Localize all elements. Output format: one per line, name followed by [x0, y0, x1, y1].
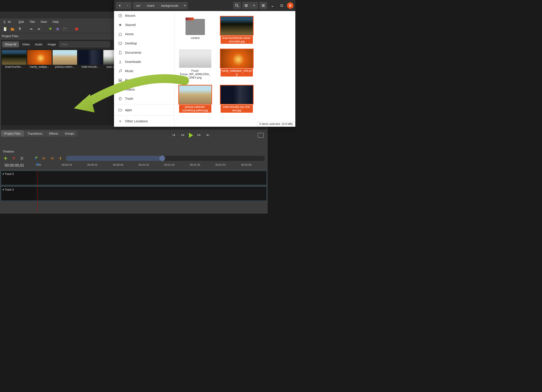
path-dropdown-icon[interactable] [182, 2, 188, 9]
new-project-icon[interactable] [2, 26, 8, 32]
view-dropdown-icon[interactable] [250, 2, 258, 9]
center-icon[interactable] [58, 156, 63, 161]
sidebar-item-downloads[interactable]: Downloads [114, 57, 174, 66]
filter-showall[interactable]: Show All [2, 42, 19, 47]
track-header[interactable]: ▾ Track 4 [1, 187, 35, 201]
project-file-thumb [27, 50, 52, 65]
menu-view[interactable]: View [38, 19, 49, 24]
save-project-icon[interactable] [17, 26, 23, 32]
sidebar-item-recent[interactable]: Recent [114, 11, 174, 20]
project-file-item[interactable]: brad-huchte... [2, 50, 26, 124]
sidebar-item-home[interactable]: Home [114, 30, 174, 39]
timeline-panel: Timeline 00:00:00,01 0:0000:00:1600:00:3… [1, 149, 267, 202]
project-file-thumb [78, 50, 103, 65]
timeline-track[interactable]: ▾ Track 4 [1, 186, 267, 201]
sidebar-item-documents[interactable]: Documents [114, 48, 174, 57]
track-body[interactable] [35, 171, 266, 185]
project-file-item[interactable]: matt-mcnult... [78, 50, 103, 124]
filter-input[interactable] [59, 42, 110, 47]
play-button[interactable] [189, 133, 193, 138]
path-seg-backgrounds[interactable]: backgrounds [158, 2, 182, 9]
marker-icon[interactable] [33, 156, 38, 161]
sidebar-item-desktop[interactable]: Desktop [114, 39, 174, 48]
svg-rect-10 [281, 5, 283, 6]
filter-audio[interactable]: Audio [33, 42, 44, 47]
zoom-slider[interactable] [66, 156, 265, 161]
menu-edit[interactable]: Edit [16, 19, 26, 24]
file-manager-window: usr share backgrounds RecentStarredHomeD… [114, 0, 295, 127]
track-header[interactable]: ▾ Track 5 [1, 171, 35, 185]
import-icon[interactable] [48, 26, 53, 32]
file-item[interactable]: brad-huchteman-stone-mountain.jpg [221, 17, 253, 44]
file-manager-content[interactable]: contestbrad-huchteman-stone-mountain.jpg… [174, 11, 295, 127]
sidebar-item-music[interactable]: Music [114, 66, 174, 76]
menu-title[interactable]: Title [27, 19, 37, 24]
back-button[interactable] [116, 2, 124, 9]
close-icon[interactable] [287, 2, 293, 9]
playhead[interactable] [36, 163, 39, 166]
filter-image[interactable]: Image [46, 42, 58, 47]
file-label: brad-huchteman-stone-mountain.jpg [221, 36, 253, 44]
filter-video[interactable]: Video [20, 42, 32, 47]
tab-emojis[interactable]: Emojis [62, 130, 77, 137]
undo-icon[interactable] [29, 26, 34, 32]
prev-marker-icon[interactable] [41, 156, 47, 161]
add-track-icon[interactable] [3, 156, 8, 161]
forward-icon[interactable] [197, 133, 202, 138]
sidebar-item-apps[interactable]: apps [114, 105, 174, 115]
snapshot-icon[interactable] [258, 133, 264, 138]
open-project-icon[interactable] [10, 26, 15, 32]
fullscreen-icon[interactable] [55, 26, 60, 32]
forward-button[interactable] [124, 2, 131, 9]
project-file-thumb [2, 50, 26, 65]
snap-icon[interactable] [11, 156, 17, 161]
image-icon [118, 78, 122, 82]
tab-effects[interactable]: Effects [46, 130, 62, 137]
rewind-icon[interactable] [180, 133, 185, 138]
timeline-track[interactable]: ▾ Track 5 [1, 171, 267, 185]
sidebar-item-label: Trash [125, 97, 133, 101]
sidebar-item-pictures[interactable]: Pictures [114, 76, 174, 85]
project-file-item[interactable]: hardy_wallpa... [27, 50, 52, 124]
view-list-icon[interactable] [242, 2, 250, 9]
track-body[interactable] [35, 187, 266, 201]
next-marker-icon[interactable] [49, 156, 55, 161]
file-item[interactable]: hardy_wallpaper_uhd.png [221, 49, 253, 80]
sidebar-item-videos[interactable]: Videos [114, 85, 174, 94]
timeline-ruler[interactable]: 00:00:00,01 0:0000:00:1600:00:3200:00:48… [1, 163, 267, 170]
zoom-slider-thumb[interactable] [159, 156, 165, 161]
jump-end-icon[interactable] [206, 133, 211, 138]
menu-file[interactable]: File [1, 19, 16, 24]
file-item[interactable]: matt-mcnulty-nyc-2nd-ave.jpg [221, 85, 253, 113]
file-item[interactable]: joshua-coleman-something-yellow.jpg [179, 85, 211, 113]
sidebar-item-other-locations[interactable]: Other Locations [114, 117, 174, 126]
file-item[interactable]: Focal-Fossa_WP_4096x2304_GREY.png [179, 49, 211, 80]
svg-rect-17 [119, 89, 121, 90]
home-icon [118, 32, 122, 36]
sidebar-item-starred[interactable]: Starred [114, 20, 174, 30]
svg-rect-12 [119, 42, 122, 44]
svg-point-9 [235, 4, 238, 6]
path-seg-usr[interactable]: usr [133, 2, 144, 9]
search-icon[interactable] [233, 2, 241, 9]
path-seg-share[interactable]: share [144, 2, 158, 9]
sidebar-item-label: Videos [125, 88, 135, 91]
sidebar-item-label: Starred [125, 23, 136, 27]
project-file-item[interactable]: joshua-colem... [53, 50, 77, 124]
maximize-icon[interactable] [278, 2, 286, 9]
svg-point-6 [21, 159, 21, 160]
razor-icon[interactable] [19, 156, 25, 161]
export-icon[interactable] [62, 26, 68, 32]
redo-icon[interactable] [36, 26, 42, 32]
menu-help[interactable]: Help [50, 19, 61, 24]
project-files-title: Project Files [2, 34, 18, 38]
folder-item[interactable]: contest [179, 17, 211, 44]
desktop-icon [118, 41, 122, 45]
tab-project-files[interactable]: Project Files [1, 130, 24, 137]
record-icon[interactable] [74, 26, 79, 32]
hamburger-menu-icon[interactable] [259, 2, 267, 9]
sidebar-item-trash[interactable]: Trash [114, 94, 174, 103]
tab-transitions[interactable]: Transitions [24, 130, 45, 137]
minimize-icon[interactable] [269, 2, 276, 9]
jump-start-icon[interactable] [171, 133, 177, 138]
